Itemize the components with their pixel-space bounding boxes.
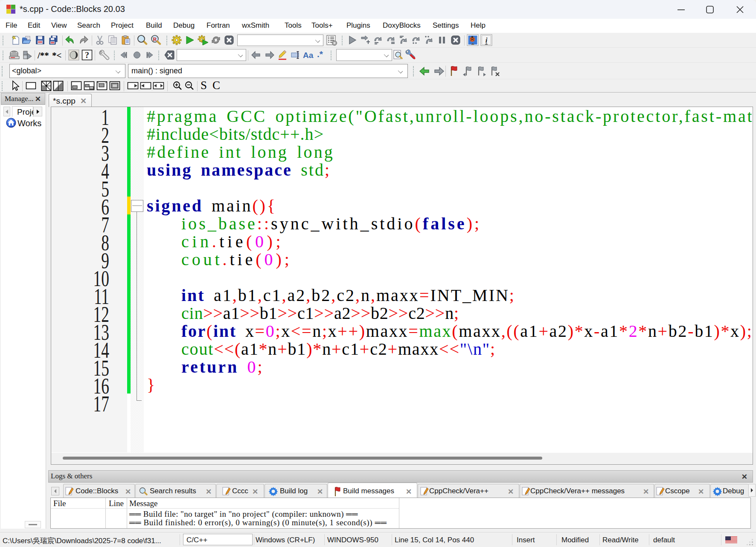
- svg-text:?: ?: [85, 50, 89, 60]
- svg-text:R: R: [153, 36, 157, 42]
